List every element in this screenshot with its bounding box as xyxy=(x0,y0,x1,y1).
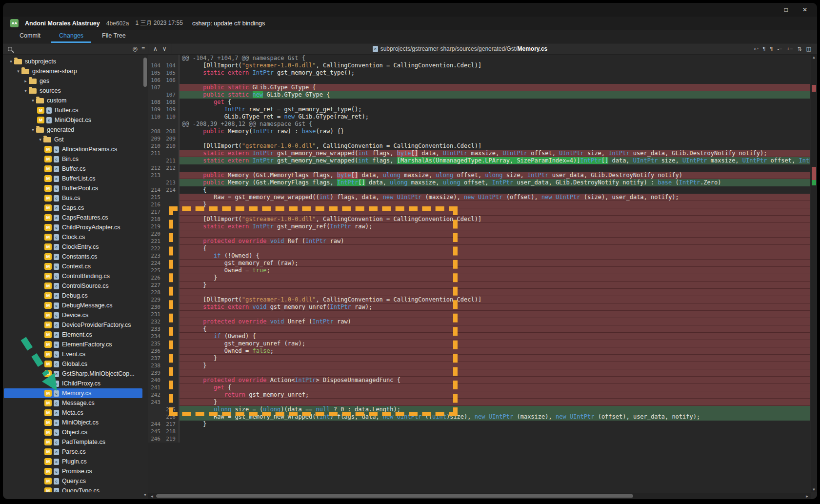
tree-item-ElementFactory.cs[interactable]: McElementFactory.cs xyxy=(4,340,142,349)
tree-item-PadTemplate.cs[interactable]: McPadTemplate.cs xyxy=(4,437,142,447)
close-button[interactable]: ✕ xyxy=(802,7,807,13)
diff-vertical-scrollbar[interactable]: ▲ ▼ xyxy=(811,55,817,492)
line-number-new: 214 xyxy=(163,186,179,194)
tree-item-Parse.cs[interactable]: McParse.cs xyxy=(4,447,142,457)
tree-item-Query.cs[interactable]: McQuery.cs xyxy=(4,476,142,486)
modified-badge: M xyxy=(44,292,52,299)
tree-item-IChildProxy.cs[interactable]: cIChildProxy.cs xyxy=(4,379,142,388)
list-options-icon[interactable]: ≡ xyxy=(141,46,145,52)
tree-item-Context.cs[interactable]: McContext.cs xyxy=(4,262,142,271)
line-number-new: 208 xyxy=(163,128,179,135)
tree-scrollbar[interactable]: ▼ xyxy=(142,56,148,497)
tree-item-ControlSource.cs[interactable]: McControlSource.cs xyxy=(4,281,142,291)
tree-item-MiniObject.cs[interactable]: McMiniObject.cs xyxy=(4,418,142,427)
tree-item-Meta.cs[interactable]: McMeta.cs xyxy=(4,408,142,418)
tree-item-ClockEntry.cs[interactable]: McClockEntry.cs xyxy=(4,242,142,252)
split-view-icon[interactable]: ◫ xyxy=(806,46,811,52)
file-icon: c xyxy=(54,215,59,221)
tree-item-Gst[interactable]: ▾Gst xyxy=(4,135,142,144)
expander-closed-icon[interactable]: ▸ xyxy=(22,79,29,83)
tree-item-Plugin.cs[interactable]: McPlugin.cs xyxy=(4,457,142,466)
tree-item-AllocationParams.cs[interactable]: McAllocationParams.cs xyxy=(4,144,142,154)
tree-item-QueryType.cs[interactable]: McQueryType.cs xyxy=(4,486,142,492)
find-next-icon[interactable]: ∨ xyxy=(162,46,167,52)
scroll-right-icon[interactable]: ► xyxy=(804,494,810,499)
tree-item-Memory.cs[interactable]: McMemory.cs xyxy=(4,388,142,398)
expander-open-icon[interactable]: ▾ xyxy=(8,59,14,64)
scroll-down-icon[interactable]: ▼ xyxy=(811,487,817,492)
tree-item-label: Bus.cs xyxy=(62,195,80,202)
tree-item-GstSharp.MiniObjectCop...[interactable]: McGstSharp.MiniObjectCop... xyxy=(4,369,142,379)
expander-open-icon[interactable]: ▾ xyxy=(37,137,43,142)
tree-item-Buffer.cs[interactable]: McBuffer.cs xyxy=(4,164,142,174)
diff-line: 222 { xyxy=(148,245,810,252)
scroll-left-icon[interactable]: ◄ xyxy=(149,494,155,499)
expander-open-icon[interactable]: ▾ xyxy=(22,88,29,93)
tab-commit[interactable]: Commit xyxy=(12,30,48,43)
tree-item-BufferList.cs[interactable]: McBufferList.cs xyxy=(4,174,142,183)
tree-item-label: BufferList.cs xyxy=(62,175,96,182)
tree-item-label: IChildProxy.cs xyxy=(62,380,100,387)
tree-item-custom[interactable]: ▾custom xyxy=(4,96,142,105)
tab-file-tree[interactable]: File Tree xyxy=(94,30,134,43)
line-number-old: 222 xyxy=(148,245,163,252)
tree-item-label: MiniObject.cs xyxy=(55,117,91,123)
tab-changes[interactable]: Changes xyxy=(51,30,91,43)
tree-item-Element.cs[interactable]: McElement.cs xyxy=(4,330,142,340)
tree-item-generated[interactable]: ▾generated xyxy=(4,125,142,135)
show-whitespace-icon[interactable]: ¶ xyxy=(763,46,766,52)
tree-item-ges[interactable]: ▸ges xyxy=(4,76,142,86)
scroll-up-icon[interactable]: ▲ xyxy=(811,55,817,60)
expander-open-icon[interactable]: ▾ xyxy=(30,98,36,103)
increase-context-icon[interactable]: +≡ xyxy=(787,46,793,52)
tree-item-sources[interactable]: ▾sources xyxy=(4,86,142,96)
tree-item-subprojects[interactable]: ▾subprojects xyxy=(4,57,142,66)
tree-item-Bus.cs[interactable]: McBus.cs xyxy=(4,193,142,203)
tree-item-MiniObject.cs[interactable]: McMiniObject.cs xyxy=(4,115,142,125)
toggle-diff-order-icon[interactable]: ⇅ xyxy=(797,46,801,52)
file-icon: c xyxy=(54,156,59,162)
minimize-button[interactable]: — xyxy=(764,7,770,13)
tree-item-DeviceProviderFactory.cs[interactable]: McDeviceProviderFactory.cs xyxy=(4,320,142,330)
file-path-name: Memory.cs xyxy=(517,45,547,52)
tree-item-Clock.cs[interactable]: McClock.cs xyxy=(4,232,142,242)
tree-item-Event.cs[interactable]: McEvent.cs xyxy=(4,349,142,359)
expander-open-icon[interactable]: ▾ xyxy=(30,127,36,132)
tree-item-Global.cs[interactable]: McGlobal.cs xyxy=(4,359,142,369)
line-number-old: 238 xyxy=(148,362,163,369)
expander-open-icon[interactable]: ▾ xyxy=(15,69,21,74)
tree-item-CapsFeatures.cs[interactable]: McCapsFeatures.cs xyxy=(4,213,142,222)
tree-item-Promise.cs[interactable]: McPromise.cs xyxy=(4,466,142,476)
find-previous-icon[interactable]: ∧ xyxy=(153,46,158,52)
tree-item-Debug.cs[interactable]: McDebug.cs xyxy=(4,291,142,301)
diff-horizontal-scrollbar[interactable]: ◄ ► xyxy=(148,493,811,499)
tree-item-ControlBinding.cs[interactable]: McControlBinding.cs xyxy=(4,271,142,281)
tree-item-BufferPool.cs[interactable]: McBufferPool.cs xyxy=(4,183,142,193)
line-number-old: 210 xyxy=(148,142,163,150)
tree-item-DebugMessage.cs[interactable]: McDebugMessage.cs xyxy=(4,301,142,310)
code-text xyxy=(179,135,810,142)
code-text: Owned = true; xyxy=(179,267,810,274)
maximize-button[interactable]: □ xyxy=(784,7,788,13)
tree-item-Object.cs[interactable]: McObject.cs xyxy=(4,427,142,437)
scroll-down-icon[interactable]: ▼ xyxy=(142,493,148,497)
hide-whitespace-icon[interactable]: ¶ xyxy=(770,46,773,52)
visibility-icon[interactable]: ◎ xyxy=(133,46,138,52)
tree-item-Buffer.cs[interactable]: McBuffer.cs xyxy=(4,105,142,115)
line-number-new xyxy=(163,318,179,325)
search-input[interactable] xyxy=(16,45,129,53)
tree-item-Device.cs[interactable]: McDevice.cs xyxy=(4,310,142,320)
tree-item-Caps.cs[interactable]: McCaps.cs xyxy=(4,203,142,213)
h-scrollbar-thumb[interactable] xyxy=(156,494,633,498)
tree-scrollbar-thumb[interactable] xyxy=(143,58,147,87)
wrap-lines-icon[interactable]: ↩ xyxy=(754,46,758,52)
tree-item-gstreamer-sharp[interactable]: ▾gstreamer-sharp xyxy=(4,66,142,76)
tree-item-ChildProxyAdapter.cs[interactable]: McChildProxyAdapter.cs xyxy=(4,222,142,232)
code-text: } xyxy=(179,201,810,208)
decrease-context-icon[interactable]: -≡ xyxy=(777,46,782,52)
tree-item-Message.cs[interactable]: McMessage.cs xyxy=(4,398,142,408)
tree-item-label: PadTemplate.cs xyxy=(62,439,105,445)
tree-item-Bin.cs[interactable]: McBin.cs xyxy=(4,154,142,164)
tree-item-Constants.cs[interactable]: McConstants.cs xyxy=(4,252,142,262)
line-number-old: 231 xyxy=(148,311,163,318)
